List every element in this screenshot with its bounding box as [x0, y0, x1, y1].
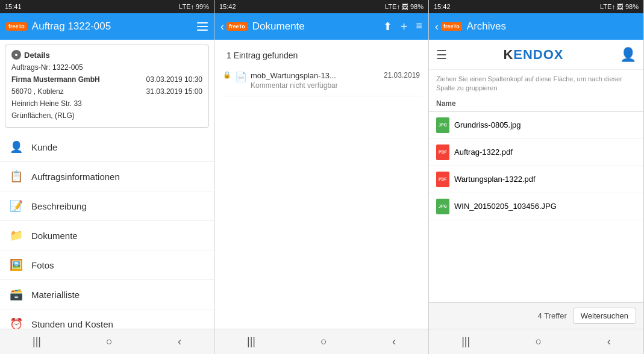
- signal-2: LTE↑ 🖼 98%: [385, 3, 424, 10]
- bottom-recent-3[interactable]: |||: [449, 332, 482, 352]
- table-row[interactable]: JPG Grundriss-0805.jpg: [429, 111, 643, 138]
- time-3: 15:42: [434, 3, 451, 10]
- details-header: ● Details: [11, 50, 202, 60]
- treffer-count: 4 Treffer: [538, 311, 567, 320]
- nav-label-fotos: Fotos: [31, 260, 54, 270]
- table-body: JPG Grundriss-0805.jpg PDF Auftrag-1322.…: [429, 111, 643, 220]
- battery-3: 98%: [625, 3, 639, 10]
- nav-label-materialliste: Materialliste: [31, 290, 80, 300]
- lte-icon-3: LTE↑ 🖼: [600, 3, 624, 10]
- kendox-subheader: ☰ KENDOX 👤: [429, 40, 643, 70]
- filter-icon[interactable]: ≡: [416, 20, 422, 34]
- bottom-recent-2[interactable]: |||: [235, 332, 267, 352]
- dokumente-icon: 📁: [8, 228, 24, 243]
- bottom-back-1[interactable]: ‹: [166, 332, 193, 352]
- status-bar-2: 15:42 LTE↑ 🖼 98%: [214, 0, 428, 13]
- nav-item-fotos[interactable]: 🖼️ Fotos: [0, 250, 214, 280]
- table-row[interactable]: JPG WIN_20150205_103456.JPG: [429, 193, 643, 220]
- materialliste-icon: 🗃️: [8, 287, 24, 302]
- file-cell-0: JPG Grundriss-0805.jpg: [429, 111, 643, 138]
- table-row[interactable]: PDF Auftrag-1322.pdf: [429, 138, 643, 166]
- order-number: Auftrags-Nr: 1322-005: [11, 62, 202, 73]
- back-button-3[interactable]: ‹: [435, 20, 439, 33]
- time-1: 15:41: [5, 3, 22, 10]
- nav-item-auftragsinformationen[interactable]: 📋 Auftragsinformationen: [0, 162, 214, 191]
- sidebar-menu-icon[interactable]: ☰: [436, 48, 447, 62]
- details-label: Details: [24, 51, 50, 60]
- bottom-home-1[interactable]: ○: [94, 332, 125, 352]
- header-title-3: Archives: [467, 20, 637, 33]
- file-name-2: Wartungsplan-1322.pdf: [454, 175, 536, 184]
- battery-1: 99%: [196, 3, 209, 10]
- kendox-logo: KENDOX: [453, 47, 614, 63]
- bottom-home-2[interactable]: ○: [308, 332, 339, 352]
- company-row: Firma Mustermann GmbH 03.03.2019 10:30: [11, 74, 202, 85]
- k-letter: K: [503, 47, 513, 62]
- doc-comment-0: Kommentar nicht verfügbar: [251, 81, 380, 90]
- lte-icon-1: LTE↑: [179, 3, 194, 10]
- nav-label-dokumente: Dokumente: [31, 231, 78, 241]
- back-button-2[interactable]: ‹: [220, 20, 224, 33]
- lte-icon-2: LTE↑ 🖼: [385, 3, 408, 10]
- pdf-icon-1: PDF: [436, 144, 449, 160]
- menu-icon-1[interactable]: [197, 22, 208, 31]
- file-cell-3: JPG WIN_20150205_103456.JPG: [429, 193, 643, 220]
- endox-text: ENDOX: [513, 47, 563, 62]
- nav-item-materialliste[interactable]: 🗃️ Materialliste: [0, 280, 214, 309]
- file-name-3: WIN_20150205_103456.JPG: [454, 202, 557, 211]
- bottom-recent-1[interactable]: |||: [20, 332, 53, 352]
- jpg-icon-0: JPG: [436, 117, 449, 133]
- logo-badge-2: freeTo: [227, 22, 248, 31]
- status-bar-1: 15:41 LTE↑ 99%: [0, 0, 214, 13]
- nav-label-beschreibung: Beschreibung: [31, 201, 87, 211]
- table-header: Name: [429, 96, 643, 112]
- pdf-icon-2: PDF: [436, 172, 449, 187]
- panel2-content: 1 Eintrag gefunden 🔒 📄 mob_Wartungsplan-…: [214, 40, 428, 329]
- drag-hint: Ziehen Sie einen Spaltenkopf auf diese F…: [429, 70, 643, 96]
- fotos-icon: 🖼️: [8, 257, 24, 273]
- header-title-1: Auftrag 1322-005: [32, 20, 197, 33]
- app-header-3: ‹ freeTo Archives: [429, 13, 643, 40]
- logo-badge-3: freeTo: [441, 22, 462, 31]
- nav-item-dokumente[interactable]: 📁 Dokumente: [0, 221, 214, 250]
- app-header-2: ‹ freeTo Dokumente ⬆ + ≡: [214, 13, 428, 40]
- nav-item-stunden[interactable]: ⏰ Stunden und Kosten: [0, 309, 214, 329]
- nav-list: 👤 Kunde 📋 Auftragsinformationen 📝 Beschr…: [0, 132, 214, 329]
- file-cell-1: PDF Auftrag-1322.pdf: [429, 138, 643, 166]
- panel-archives: 15:42 LTE↑ 🖼 98% ‹ freeTo Archives ☰ KEN…: [429, 0, 644, 354]
- user-icon[interactable]: 👤: [620, 47, 636, 63]
- city-row: 56070 , Koblenz 31.03.2019 15:00: [11, 86, 202, 97]
- result-count: 1 Eintrag gefunden: [220, 46, 422, 65]
- archives-footer: 4 Treffer Weitersuchen: [429, 302, 643, 329]
- doc-info-0: mob_Wartungsplan-13... Kommentar nicht v…: [251, 71, 380, 90]
- date-start: 03.03.2019 10:30: [146, 74, 202, 85]
- signal-1: LTE↑ 99%: [179, 3, 209, 10]
- stack-icon[interactable]: ⬆: [383, 20, 392, 34]
- bottom-nav-1: ||| ○ ‹: [0, 329, 214, 354]
- date-end: 31.03.2019 15:00: [146, 86, 202, 97]
- bottom-back-2[interactable]: ‹: [380, 332, 408, 352]
- file-name-1: Auftrag-1322.pdf: [454, 148, 513, 157]
- panel-auftrag: 15:41 LTE↑ 99% freeTo Auftrag 1322-005 ●…: [0, 0, 214, 354]
- kunde-icon: 👤: [8, 139, 24, 155]
- time-2: 15:42: [219, 3, 236, 10]
- nav-label-kunde: Kunde: [31, 142, 57, 152]
- pdf-icon-doc: 📄: [235, 71, 247, 82]
- bottom-home-3[interactable]: ○: [524, 332, 554, 352]
- table-row[interactable]: PDF Wartungsplan-1322.pdf: [429, 166, 643, 193]
- bottom-nav-3: ||| ○ ‹: [429, 329, 643, 354]
- signal-3: LTE↑ 🖼 98%: [600, 3, 639, 10]
- doc-name-0: mob_Wartungsplan-13...: [251, 71, 380, 80]
- bottom-back-3[interactable]: ‹: [595, 332, 623, 352]
- nav-item-beschreibung[interactable]: 📝 Beschreibung: [0, 191, 214, 221]
- logo-badge-1: freeTo: [6, 22, 27, 31]
- jpg-icon-3: JPG: [436, 199, 449, 214]
- weitersuchen-button[interactable]: Weitersuchen: [573, 308, 636, 324]
- bottom-nav-2: ||| ○ ‹: [214, 329, 428, 354]
- beschreibung-icon: 📝: [8, 198, 24, 214]
- panel-dokumente: 15:42 LTE↑ 🖼 98% ‹ freeTo Dokumente ⬆ + …: [214, 0, 429, 354]
- doc-date-0: 21.03.2019: [384, 71, 420, 79]
- nav-item-kunde[interactable]: 👤 Kunde: [0, 132, 214, 162]
- add-icon[interactable]: +: [401, 20, 408, 34]
- doc-item-0[interactable]: 🔒 📄 mob_Wartungsplan-13... Kommentar nic…: [220, 65, 422, 96]
